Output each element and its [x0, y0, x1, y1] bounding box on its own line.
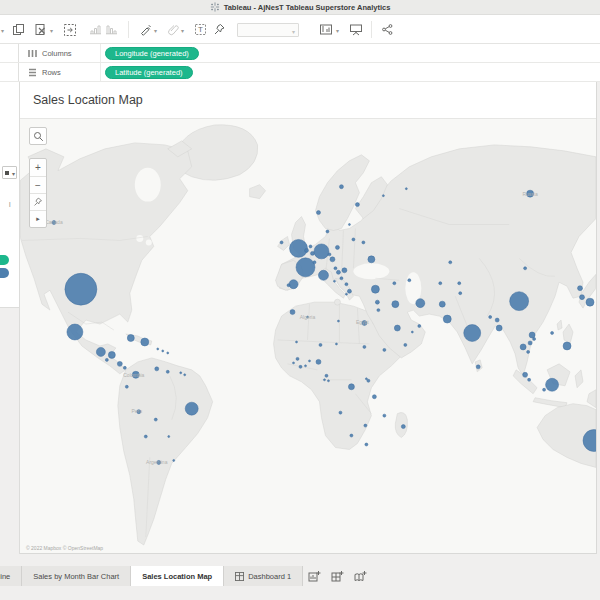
sales-bubble[interactable]: [529, 332, 535, 338]
sales-bubble[interactable]: [325, 374, 328, 377]
sales-bubble[interactable]: [383, 348, 386, 351]
sales-bubble[interactable]: [108, 351, 115, 358]
sales-bubble[interactable]: [173, 459, 175, 461]
sales-bubble[interactable]: [352, 238, 355, 241]
sales-bubble[interactable]: [339, 185, 343, 189]
sort-descending-button[interactable]: [104, 22, 119, 37]
tab-sales-by-month-bar-chart[interactable]: Sales by Month Bar Chart: [22, 566, 131, 586]
sales-bubble[interactable]: [141, 338, 149, 346]
sales-bubble[interactable]: [336, 270, 340, 274]
sales-bubble[interactable]: [154, 418, 157, 421]
sales-bubble[interactable]: [439, 301, 445, 307]
sales-bubble[interactable]: [318, 270, 328, 280]
sales-bubble[interactable]: [180, 372, 182, 374]
sales-bubble[interactable]: [167, 352, 169, 354]
sales-bubble[interactable]: [411, 331, 413, 333]
sales-bubble[interactable]: [155, 367, 159, 371]
sales-bubble[interactable]: [65, 273, 97, 305]
highlight-button[interactable]: [138, 22, 153, 37]
sales-bubble[interactable]: [495, 318, 499, 322]
format-link-button[interactable]: [166, 22, 181, 37]
sales-bubble[interactable]: [375, 300, 379, 304]
show-mark-labels-button[interactable]: T: [193, 22, 208, 37]
sales-bubble[interactable]: [368, 256, 375, 263]
sales-bubble[interactable]: [96, 347, 105, 356]
sales-bubble[interactable]: [401, 425, 405, 429]
sales-bubble[interactable]: [299, 365, 302, 368]
sales-bubble[interactable]: [287, 284, 290, 287]
sales-bubble[interactable]: [117, 361, 122, 366]
sales-bubble[interactable]: [365, 443, 368, 446]
new-dashboard-button[interactable]: [326, 566, 349, 586]
sort-ascending-button[interactable]: [88, 22, 103, 37]
sales-bubble[interactable]: [330, 257, 335, 262]
sales-bubble[interactable]: [125, 385, 128, 388]
fix-axes-button[interactable]: [212, 22, 227, 37]
sales-bubble[interactable]: [439, 282, 442, 285]
sales-bubble[interactable]: [372, 395, 376, 399]
sales-bubble[interactable]: [393, 282, 396, 285]
sales-bubble[interactable]: [520, 344, 526, 350]
sales-bubble[interactable]: [314, 244, 329, 259]
sales-bubble[interactable]: [168, 436, 170, 438]
sales-bubble[interactable]: [527, 350, 530, 353]
mark-type-dropdown-cutoff[interactable]: ▾: [2, 166, 17, 179]
sales-bubble[interactable]: [327, 380, 329, 382]
sales-bubble[interactable]: [305, 248, 309, 252]
sales-bubble[interactable]: [392, 301, 399, 308]
sales-bubble[interactable]: [510, 292, 529, 311]
sales-bubble[interactable]: [345, 293, 347, 295]
sales-bubble[interactable]: [382, 195, 384, 197]
presentation-mode-button[interactable]: [348, 22, 363, 37]
sales-bubble[interactable]: [166, 370, 169, 373]
sales-bubble[interactable]: [362, 241, 365, 244]
sales-bubble[interactable]: [476, 365, 480, 369]
sales-bubble[interactable]: [578, 286, 583, 291]
sales-bubble[interactable]: [348, 384, 354, 390]
sales-bubble[interactable]: [489, 316, 492, 319]
sales-bubble[interactable]: [308, 360, 310, 362]
sales-bubble[interactable]: [334, 267, 337, 270]
sales-bubble[interactable]: [305, 365, 307, 367]
sales-bubble[interactable]: [289, 280, 298, 289]
sales-bubble[interactable]: [348, 224, 350, 226]
fit-selector[interactable]: ▾: [237, 23, 299, 37]
new-story-button[interactable]: [349, 566, 372, 586]
sales-bubble[interactable]: [580, 295, 585, 300]
sales-bubble[interactable]: [316, 211, 320, 215]
sales-bubble[interactable]: [404, 343, 407, 346]
sales-bubble[interactable]: [184, 374, 186, 376]
sales-bubble[interactable]: [363, 345, 366, 348]
show-hide-cards-caret-icon[interactable]: ▾: [336, 27, 339, 34]
show-hide-cards-button[interactable]: [318, 22, 333, 37]
tab-dashboard-1[interactable]: Dashboard 1: [224, 566, 303, 586]
sales-bubble[interactable]: [405, 188, 407, 190]
sales-bubble[interactable]: [383, 414, 386, 417]
columns-pill-longitude[interactable]: Longitude (generated): [105, 47, 199, 60]
sales-bubble[interactable]: [323, 379, 325, 381]
sales-bubble[interactable]: [293, 362, 295, 364]
sales-bubble[interactable]: [280, 241, 283, 244]
sales-bubble[interactable]: [546, 378, 559, 391]
sales-bubble[interactable]: [326, 230, 329, 233]
sales-bubble[interactable]: [296, 357, 299, 360]
sales-bubble[interactable]: [416, 299, 425, 308]
sales-bubble[interactable]: [377, 309, 380, 312]
sales-bubble[interactable]: [313, 261, 316, 264]
sales-bubble[interactable]: [328, 253, 331, 256]
sales-bubble[interactable]: [337, 320, 339, 322]
sales-bubble[interactable]: [523, 372, 528, 377]
sales-bubble[interactable]: [543, 388, 546, 391]
map-controls-expand-button[interactable]: ▸: [30, 210, 46, 227]
clear-sheet-button[interactable]: [33, 22, 48, 37]
sales-bubble[interactable]: [162, 350, 164, 352]
sales-bubble[interactable]: [345, 283, 348, 286]
sales-bubble[interactable]: [290, 310, 295, 315]
zoom-home-pin-button[interactable]: [30, 193, 46, 210]
sales-bubble[interactable]: [296, 258, 315, 277]
sales-bubble[interactable]: [449, 261, 452, 264]
sales-bubble[interactable]: [339, 411, 342, 414]
sales-bubble[interactable]: [496, 325, 502, 331]
tab-sparkline[interactable]: Sparkline: [0, 566, 22, 586]
new-worksheet-button[interactable]: [303, 566, 326, 586]
